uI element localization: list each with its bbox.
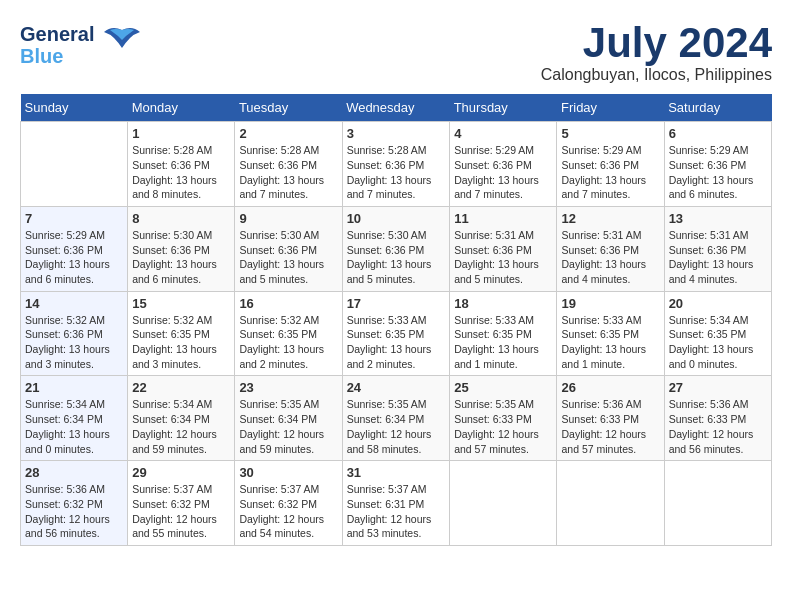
calendar-cell: 12Sunrise: 5:31 AMSunset: 6:36 PMDayligh… [557,206,664,291]
calendar-cell: 2Sunrise: 5:28 AMSunset: 6:36 PMDaylight… [235,122,342,207]
calendar-cell: 5Sunrise: 5:29 AMSunset: 6:36 PMDaylight… [557,122,664,207]
calendar-cell: 10Sunrise: 5:30 AMSunset: 6:36 PMDayligh… [342,206,450,291]
calendar-cell [664,461,771,546]
day-number: 2 [239,126,337,141]
calendar-cell: 18Sunrise: 5:33 AMSunset: 6:35 PMDayligh… [450,291,557,376]
header-day-tuesday: Tuesday [235,94,342,122]
calendar-week-row: 7Sunrise: 5:29 AMSunset: 6:36 PMDaylight… [21,206,772,291]
logo-text-general: General [20,23,94,45]
day-info: Sunrise: 5:28 AMSunset: 6:36 PMDaylight:… [239,143,337,202]
title-area: July 2024 Calongbuyan, Ilocos, Philippin… [541,20,772,84]
logo: General Blue [20,20,142,69]
calendar-week-row: 21Sunrise: 5:34 AMSunset: 6:34 PMDayligh… [21,376,772,461]
calendar-cell: 25Sunrise: 5:35 AMSunset: 6:33 PMDayligh… [450,376,557,461]
day-number: 18 [454,296,552,311]
day-number: 27 [669,380,767,395]
day-info: Sunrise: 5:33 AMSunset: 6:35 PMDaylight:… [561,313,659,372]
day-info: Sunrise: 5:29 AMSunset: 6:36 PMDaylight:… [561,143,659,202]
calendar-week-row: 1Sunrise: 5:28 AMSunset: 6:36 PMDaylight… [21,122,772,207]
day-info: Sunrise: 5:35 AMSunset: 6:33 PMDaylight:… [454,397,552,456]
calendar-cell: 8Sunrise: 5:30 AMSunset: 6:36 PMDaylight… [128,206,235,291]
day-number: 19 [561,296,659,311]
calendar-cell: 30Sunrise: 5:37 AMSunset: 6:32 PMDayligh… [235,461,342,546]
day-info: Sunrise: 5:33 AMSunset: 6:35 PMDaylight:… [454,313,552,372]
header-day-sunday: Sunday [21,94,128,122]
day-info: Sunrise: 5:35 AMSunset: 6:34 PMDaylight:… [239,397,337,456]
day-info: Sunrise: 5:28 AMSunset: 6:36 PMDaylight:… [132,143,230,202]
day-number: 1 [132,126,230,141]
calendar-cell: 20Sunrise: 5:34 AMSunset: 6:35 PMDayligh… [664,291,771,376]
day-number: 22 [132,380,230,395]
calendar-cell: 28Sunrise: 5:36 AMSunset: 6:32 PMDayligh… [21,461,128,546]
day-info: Sunrise: 5:36 AMSunset: 6:33 PMDaylight:… [561,397,659,456]
day-number: 21 [25,380,123,395]
day-number: 30 [239,465,337,480]
header-day-saturday: Saturday [664,94,771,122]
day-number: 26 [561,380,659,395]
calendar-cell [557,461,664,546]
day-info: Sunrise: 5:34 AMSunset: 6:34 PMDaylight:… [25,397,123,456]
day-info: Sunrise: 5:32 AMSunset: 6:35 PMDaylight:… [132,313,230,372]
day-info: Sunrise: 5:29 AMSunset: 6:36 PMDaylight:… [454,143,552,202]
day-number: 17 [347,296,446,311]
calendar-cell: 3Sunrise: 5:28 AMSunset: 6:36 PMDaylight… [342,122,450,207]
day-number: 28 [25,465,123,480]
logo-bird-icon [102,20,142,69]
day-number: 23 [239,380,337,395]
header-day-monday: Monday [128,94,235,122]
calendar-cell: 26Sunrise: 5:36 AMSunset: 6:33 PMDayligh… [557,376,664,461]
day-info: Sunrise: 5:35 AMSunset: 6:34 PMDaylight:… [347,397,446,456]
calendar-title: July 2024 [541,20,772,66]
day-number: 9 [239,211,337,226]
calendar-cell: 9Sunrise: 5:30 AMSunset: 6:36 PMDaylight… [235,206,342,291]
calendar-cell: 27Sunrise: 5:36 AMSunset: 6:33 PMDayligh… [664,376,771,461]
calendar-cell: 15Sunrise: 5:32 AMSunset: 6:35 PMDayligh… [128,291,235,376]
day-info: Sunrise: 5:33 AMSunset: 6:35 PMDaylight:… [347,313,446,372]
calendar-cell: 13Sunrise: 5:31 AMSunset: 6:36 PMDayligh… [664,206,771,291]
calendar-cell: 23Sunrise: 5:35 AMSunset: 6:34 PMDayligh… [235,376,342,461]
day-info: Sunrise: 5:30 AMSunset: 6:36 PMDaylight:… [239,228,337,287]
day-number: 5 [561,126,659,141]
day-info: Sunrise: 5:29 AMSunset: 6:36 PMDaylight:… [669,143,767,202]
day-number: 14 [25,296,123,311]
day-info: Sunrise: 5:36 AMSunset: 6:33 PMDaylight:… [669,397,767,456]
day-info: Sunrise: 5:37 AMSunset: 6:32 PMDaylight:… [132,482,230,541]
calendar-cell: 1Sunrise: 5:28 AMSunset: 6:36 PMDaylight… [128,122,235,207]
day-info: Sunrise: 5:37 AMSunset: 6:31 PMDaylight:… [347,482,446,541]
header-day-friday: Friday [557,94,664,122]
header-day-thursday: Thursday [450,94,557,122]
day-number: 31 [347,465,446,480]
logo-text-blue: Blue [20,45,94,67]
day-number: 6 [669,126,767,141]
day-info: Sunrise: 5:31 AMSunset: 6:36 PMDaylight:… [454,228,552,287]
calendar-cell: 16Sunrise: 5:32 AMSunset: 6:35 PMDayligh… [235,291,342,376]
day-info: Sunrise: 5:30 AMSunset: 6:36 PMDaylight:… [132,228,230,287]
day-number: 24 [347,380,446,395]
calendar-cell: 6Sunrise: 5:29 AMSunset: 6:36 PMDaylight… [664,122,771,207]
calendar-location: Calongbuyan, Ilocos, Philippines [541,66,772,84]
calendar-cell: 14Sunrise: 5:32 AMSunset: 6:36 PMDayligh… [21,291,128,376]
day-info: Sunrise: 5:32 AMSunset: 6:36 PMDaylight:… [25,313,123,372]
day-number: 10 [347,211,446,226]
calendar-cell: 21Sunrise: 5:34 AMSunset: 6:34 PMDayligh… [21,376,128,461]
day-info: Sunrise: 5:30 AMSunset: 6:36 PMDaylight:… [347,228,446,287]
day-number: 4 [454,126,552,141]
day-number: 12 [561,211,659,226]
calendar-cell [21,122,128,207]
day-number: 3 [347,126,446,141]
calendar-cell: 11Sunrise: 5:31 AMSunset: 6:36 PMDayligh… [450,206,557,291]
header: General Blue July 2024 Calongbuyan, Iloc… [20,20,772,84]
day-info: Sunrise: 5:34 AMSunset: 6:34 PMDaylight:… [132,397,230,456]
day-info: Sunrise: 5:31 AMSunset: 6:36 PMDaylight:… [561,228,659,287]
calendar-cell: 24Sunrise: 5:35 AMSunset: 6:34 PMDayligh… [342,376,450,461]
day-info: Sunrise: 5:29 AMSunset: 6:36 PMDaylight:… [25,228,123,287]
day-number: 8 [132,211,230,226]
day-info: Sunrise: 5:36 AMSunset: 6:32 PMDaylight:… [25,482,123,541]
day-info: Sunrise: 5:28 AMSunset: 6:36 PMDaylight:… [347,143,446,202]
calendar-cell: 31Sunrise: 5:37 AMSunset: 6:31 PMDayligh… [342,461,450,546]
calendar-cell: 17Sunrise: 5:33 AMSunset: 6:35 PMDayligh… [342,291,450,376]
calendar-week-row: 14Sunrise: 5:32 AMSunset: 6:36 PMDayligh… [21,291,772,376]
calendar-header-row: SundayMondayTuesdayWednesdayThursdayFrid… [21,94,772,122]
day-info: Sunrise: 5:32 AMSunset: 6:35 PMDaylight:… [239,313,337,372]
day-number: 7 [25,211,123,226]
